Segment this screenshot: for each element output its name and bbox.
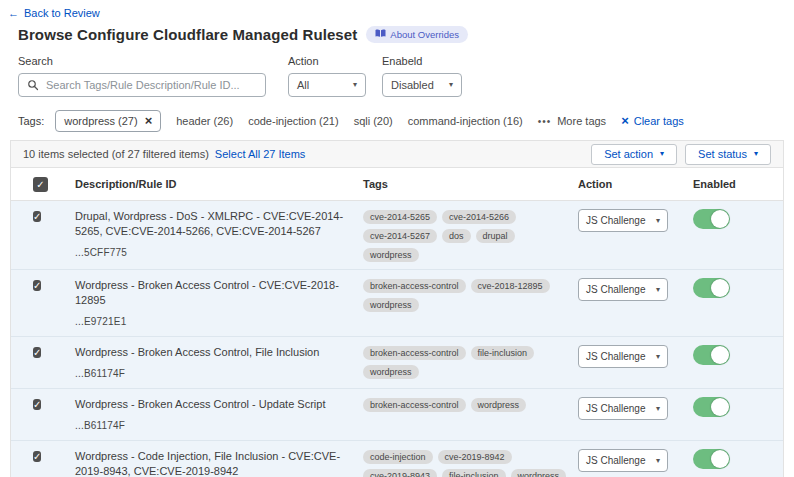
back-to-review-link[interactable]: ← Back to Review xyxy=(8,7,100,19)
tag-pill: cve-2014-5266 xyxy=(442,210,516,224)
set-status-button[interactable]: Set status ▾ xyxy=(685,144,771,165)
tag-pill: wordpress xyxy=(471,398,527,412)
selected-tag-label: wordpress (27) xyxy=(64,115,137,127)
rule-description-cell: Wordpress - Code Injection, File Inclusi… xyxy=(75,449,363,477)
rule-description: Drupal, Wordpress - DoS - XMLRPC - CVE:C… xyxy=(75,209,353,239)
page-header: Browse Configure Cloudflare Managed Rule… xyxy=(18,26,468,43)
clear-tags-label: Clear tags xyxy=(634,115,684,127)
rule-id: ...B61174F xyxy=(75,366,353,381)
selection-bar: 10 items selected (of 27 filtered items)… xyxy=(11,141,783,168)
caret-down-icon: ▾ xyxy=(656,353,660,361)
about-badge-label: About Overrides xyxy=(390,29,459,40)
back-arrow-icon: ← xyxy=(8,7,19,19)
search-icon xyxy=(27,79,39,91)
column-header-action: Action xyxy=(578,178,693,190)
toggle-knob xyxy=(711,398,729,416)
more-tags-button[interactable]: ••• More tags xyxy=(538,115,606,127)
selected-tag-chip[interactable]: wordpress (27) × xyxy=(55,110,161,132)
search-input[interactable] xyxy=(46,79,257,91)
tag-pill: broken-access-control xyxy=(363,279,466,293)
select-all-link[interactable]: Select All 27 Items xyxy=(215,148,306,160)
table-row: ✓ Wordpress - Code Injection, File Inclu… xyxy=(11,441,783,477)
rule-description: Wordpress - Broken Access Control - Upda… xyxy=(75,397,353,412)
rule-description-cell: Drupal, Wordpress - DoS - XMLRPC - CVE:C… xyxy=(75,209,363,260)
caret-down-icon: ▾ xyxy=(449,81,453,89)
set-status-label: Set status xyxy=(698,148,747,160)
tag-filter[interactable]: code-injection (21) xyxy=(248,115,339,127)
tag-filter[interactable]: header (26) xyxy=(176,115,233,127)
toggle-knob xyxy=(711,210,729,228)
enabled-filter-select[interactable]: Disabled ▾ xyxy=(382,73,462,97)
tag-pill: broken-access-control xyxy=(363,398,466,412)
rule-id: ...5CFF775 xyxy=(75,245,353,260)
rule-action-select[interactable]: JS Challenge▾ xyxy=(578,397,668,420)
row-checkbox[interactable]: ✓ xyxy=(33,280,41,291)
about-overrides-badge[interactable]: About Overrides xyxy=(366,26,468,43)
table-header-row: ✓ Description/Rule ID Tags Action Enable… xyxy=(11,168,783,201)
rule-tags-cell: code-injectioncve-2019-8942cve-2019-8943… xyxy=(363,450,578,477)
tag-pill: wordpress xyxy=(511,469,567,477)
action-filter: Action All ▾ xyxy=(288,55,366,97)
rule-enabled-toggle[interactable] xyxy=(693,397,730,417)
tag-pill: cve-2014-5267 xyxy=(363,229,437,243)
column-header-description: Description/Rule ID xyxy=(75,178,363,190)
row-checkbox[interactable]: ✓ xyxy=(33,211,41,222)
select-all-checkbox[interactable]: ✓ xyxy=(33,177,48,192)
back-link-label: Back to Review xyxy=(24,7,100,19)
rule-tags-cell: cve-2014-5265cve-2014-5266cve-2014-5267d… xyxy=(363,210,578,262)
tag-pill: cve-2019-8942 xyxy=(438,450,512,464)
rule-id: ...B61174F xyxy=(75,418,353,433)
rule-action-select[interactable]: JS Challenge▾ xyxy=(578,345,668,368)
tag-filter[interactable]: sqli (20) xyxy=(354,115,393,127)
page-title: Browse Configure Cloudflare Managed Rule… xyxy=(18,26,357,43)
tag-pill: broken-access-control xyxy=(363,346,466,360)
rule-description-cell: Wordpress - Broken Access Control, File … xyxy=(75,345,363,381)
rule-enabled-toggle[interactable] xyxy=(693,449,730,469)
caret-down-icon: ▾ xyxy=(754,150,758,158)
tag-filter[interactable]: command-injection (16) xyxy=(408,115,523,127)
rule-enabled-toggle[interactable] xyxy=(693,278,730,298)
remove-tag-icon[interactable]: × xyxy=(145,116,153,125)
search-box[interactable] xyxy=(18,73,266,97)
row-checkbox[interactable]: ✓ xyxy=(33,399,41,410)
rule-action-select[interactable]: JS Challenge▾ xyxy=(578,449,668,472)
enabled-filter-value: Disabled xyxy=(391,79,434,91)
table-row: ✓ Wordpress - Broken Access Control - CV… xyxy=(11,270,783,337)
table-row: ✓ Drupal, Wordpress - DoS - XMLRPC - CVE… xyxy=(11,201,783,270)
caret-down-icon: ▾ xyxy=(656,217,660,225)
action-filter-value: All xyxy=(297,79,309,91)
set-action-button[interactable]: Set action ▾ xyxy=(591,144,677,165)
table-row: ✓ Wordpress - Broken Access Control, Fil… xyxy=(11,337,783,389)
tag-pill: wordpress xyxy=(363,365,419,379)
clear-tags-button[interactable]: × Clear tags xyxy=(621,115,684,127)
rule-enabled-toggle[interactable] xyxy=(693,345,730,365)
tag-pill: dos xyxy=(442,229,471,243)
tag-pill: cve-2014-5265 xyxy=(363,210,437,224)
tag-pill: cve-2019-8943 xyxy=(363,469,437,477)
column-header-enabled: Enabled xyxy=(693,178,783,190)
rule-tags-cell: broken-access-controlcve-2018-12895wordp… xyxy=(363,279,578,312)
row-checkbox[interactable]: ✓ xyxy=(33,347,41,358)
rule-description-cell: Wordpress - Broken Access Control - Upda… xyxy=(75,397,363,433)
caret-down-icon: ▾ xyxy=(353,81,357,89)
enabled-filter-label: Enabeld xyxy=(382,55,462,67)
enabled-filter: Enabeld Disabled ▾ xyxy=(382,55,462,97)
bulk-action-buttons: Set action ▾ Set status ▾ xyxy=(591,144,771,165)
tags-bar-label: Tags: xyxy=(18,115,44,127)
caret-down-icon: ▾ xyxy=(660,150,664,158)
action-filter-select[interactable]: All ▾ xyxy=(288,73,366,97)
rule-action-select[interactable]: JS Challenge▾ xyxy=(578,209,668,232)
clear-tags-icon: × xyxy=(621,116,629,125)
rule-action-value: JS Challenge xyxy=(586,403,645,414)
rule-enabled-toggle[interactable] xyxy=(693,209,730,229)
rule-description-cell: Wordpress - Broken Access Control - CVE:… xyxy=(75,278,363,329)
action-filter-label: Action xyxy=(288,55,366,67)
row-checkbox[interactable]: ✓ xyxy=(33,451,41,462)
toggle-knob xyxy=(711,279,729,297)
caret-down-icon: ▾ xyxy=(656,405,660,413)
rule-action-select[interactable]: JS Challenge▾ xyxy=(578,278,668,301)
rule-description: Wordpress - Broken Access Control, File … xyxy=(75,345,353,360)
rule-description: Wordpress - Broken Access Control - CVE:… xyxy=(75,278,353,308)
tag-pill: file-inclusion xyxy=(442,469,506,477)
toggle-knob xyxy=(711,450,729,468)
